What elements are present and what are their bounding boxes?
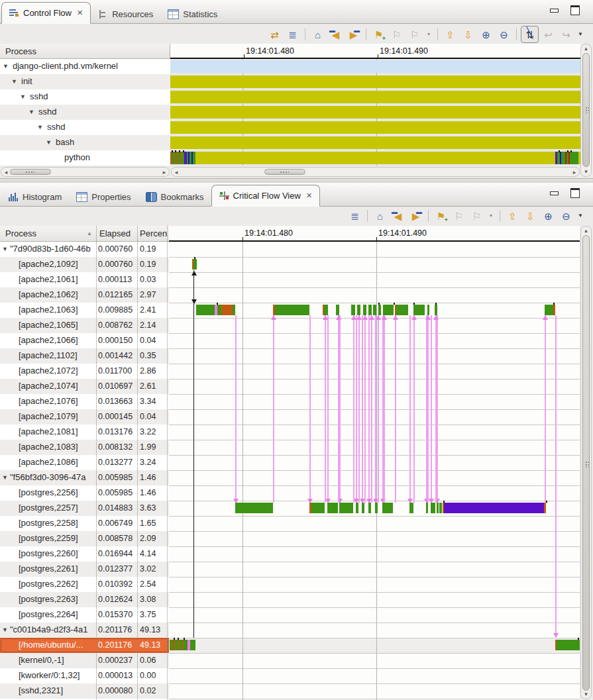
scroll-up-arrow[interactable]: ▴ [581, 46, 591, 52]
previous-item-button[interactable]: ⇧ [504, 208, 521, 224]
table-row--kernel-0-1-[interactable]: [kernel/0,-1]0.0002370.06 [0, 653, 169, 668]
tree-row-init[interactable]: ▼init [0, 74, 170, 89]
expander-icon[interactable]: ▼ [2, 474, 8, 481]
top-tab-resources[interactable]: Resources [91, 5, 160, 23]
previous-item-button[interactable]: ⇧ [442, 26, 458, 42]
bottom-tab-critical-flow-view[interactable]: Critical Flow View✕ [211, 185, 321, 207]
top-tab-statistics[interactable]: Statistics [160, 5, 225, 23]
scroll-left-arrow[interactable]: ◂ [3, 170, 9, 175]
table-row--postgres-2262-[interactable]: [postgres,2262]0.0103922.54 [0, 577, 169, 592]
table-row--apache2-1061-[interactable]: [apache2,1061]0.0001130.03 [0, 272, 169, 287]
add-bookmark-button[interactable]: ⚑+ [370, 26, 387, 42]
expander-icon[interactable]: ▼ [28, 109, 34, 115]
tree-row-python[interactable]: python [0, 150, 170, 166]
table-row--apache2-1065-[interactable]: [apache2,1065]0.0087622.14 [0, 318, 169, 333]
show-legend-button[interactable]: ≣ [347, 208, 363, 224]
table-row--apache2-1083-[interactable]: [apache2,1083]0.0081321.99 [0, 440, 169, 455]
scroll-left-arrow[interactable]: ◂ [174, 170, 179, 175]
previous-event-button[interactable]: ◀▬ [390, 208, 406, 224]
zoom-out-button[interactable]: ⊖ [496, 26, 512, 42]
maximize-button[interactable] [570, 189, 580, 198]
show-legend-button[interactable]: ≣ [284, 26, 301, 42]
table-row--apache2-1076-[interactable]: [apache2,1076]0.0136633.34 [0, 394, 169, 409]
top-vertical-scrollbar[interactable]: ▴ ▾ [580, 44, 592, 177]
add-bookmark-button[interactable]: ⚑+ [433, 208, 449, 224]
table-row--apache2-1074-[interactable]: [apache2,1074]0.0106972.61 [0, 379, 169, 394]
table-row--apache2-1066-[interactable]: [apache2,1066]0.0001500.04 [0, 333, 169, 348]
table-row--postgres-2260-[interactable]: [postgres,2260]0.0169444.14 [0, 546, 169, 562]
next-item-button[interactable]: ⇩ [522, 208, 539, 224]
top-tab-control-flow[interactable]: Control Flow✕ [1, 2, 91, 24]
tree-row-bash[interactable]: ▼bash [0, 135, 170, 150]
bottom-tab-properties[interactable]: Properties [69, 187, 138, 206]
expander-icon[interactable]: ▼ [2, 246, 8, 252]
table-row--postgres-2258-[interactable]: [postgres,2258]0.0067491.65 [0, 516, 169, 531]
table-row--f56bf3d0-3096-47a[interactable]: ▼"f56bf3d0-3096-47a0.0059851.46 [0, 470, 169, 485]
table-row--apache2-1092-[interactable]: [apache2,1092]0.0007600.19 [0, 257, 169, 272]
process-column-header[interactable]: Process [5, 228, 36, 238]
expander-icon[interactable]: ▼ [3, 63, 9, 70]
next-item-button[interactable]: ⇩ [460, 26, 476, 42]
reset-time-range-button[interactable]: ⌂ [372, 208, 388, 224]
control-flow-chart[interactable] [170, 59, 580, 166]
critical-flow-chart[interactable] [169, 242, 580, 700]
tree-row-sshd[interactable]: ▼sshd [0, 105, 170, 120]
table-row--sshd-2321-[interactable]: [sshd,2321]0.0000800.02 [0, 683, 169, 699]
previous-event-button[interactable]: ◀▬ [327, 26, 344, 42]
bottom-tab-histogram[interactable]: Histogram [1, 187, 69, 206]
table-row--apache2-1086-[interactable]: [apache2,1086]0.0132773.24 [0, 455, 169, 470]
table-row--postgres-2263-[interactable]: [postgres,2263]0.0126243.08 [0, 592, 169, 607]
marker-menu-button[interactable]: ▾ [486, 208, 496, 224]
reset-time-range-button[interactable]: ⌂ [309, 26, 326, 42]
expander-icon[interactable]: ▼ [11, 78, 17, 85]
maximize-button[interactable] [570, 6, 580, 15]
table-row--kworker-0-1-32-[interactable]: [kworker/0:1,32]0.0000130.00 [0, 668, 169, 683]
scrollbar-thumb[interactable] [10, 169, 51, 175]
process-column-header[interactable]: Process [0, 44, 170, 59]
expander-icon[interactable]: ▼ [20, 93, 26, 100]
close-tab-icon[interactable]: ✕ [306, 191, 312, 200]
view-menu-button[interactable]: ▼ [576, 208, 585, 224]
table-row--apache2-1063-[interactable]: [apache2,1063]0.0098852.41 [0, 303, 169, 318]
hide-arrows-button[interactable]: ⇅╲ [521, 26, 539, 43]
view-menu-button[interactable]: ▼ [576, 26, 585, 42]
column-divider[interactable] [96, 226, 97, 699]
table-row--home-ubuntu-[interactable]: [/home/ubuntu/...0.20117649.13 [0, 638, 169, 653]
scrollbar-thumb[interactable] [582, 53, 590, 167]
scrollbar-thumb[interactable] [582, 235, 590, 691]
tree-row-django-client.phd.vm/kernel[interactable]: ▼django-client.phd.vm/kernel [0, 59, 170, 74]
scroll-down-arrow[interactable]: ▾ [581, 691, 591, 697]
scroll-down-arrow[interactable]: ▾ [581, 169, 591, 175]
align-views-button[interactable]: ⇄ [266, 26, 283, 42]
minimize-button[interactable] [549, 189, 559, 198]
table-row--7d90d83b-1d60-46b[interactable]: ▼"7d90d83b-1d60-46b0.0007600.19 [0, 242, 169, 257]
table-row--apache2-1079-[interactable]: [apache2,1079]0.0001450.04 [0, 409, 169, 425]
tree-row-sshd[interactable]: ▼sshd [0, 89, 170, 105]
column-divider[interactable] [167, 226, 168, 699]
table-row--apache2-1072-[interactable]: [apache2,1072]0.0117002.86 [0, 364, 169, 379]
zoom-out-button[interactable]: ⊖ [558, 208, 574, 224]
tree-horizontal-scrollbar[interactable]: ◂ ▸ [1, 167, 170, 177]
expander-icon[interactable]: ▼ [2, 626, 8, 633]
table-row--postgres-2259-[interactable]: [postgres,2259]0.0085782.09 [0, 531, 169, 546]
minimize-button[interactable] [549, 6, 559, 15]
bottom-vertical-scrollbar[interactable]: ▴ ▾ [580, 226, 592, 699]
percent-column-header[interactable]: Percent [140, 228, 167, 238]
table-row--apache2-1081-[interactable]: [apache2,1081]0.0131763.22 [0, 425, 169, 440]
table-row--apache2-1062-[interactable]: [apache2,1062]0.0121652.97 [0, 287, 169, 303]
scroll-right-arrow[interactable]: ▸ [572, 170, 577, 175]
table-row--postgres-2264-[interactable]: [postgres,2264]0.0153703.75 [0, 607, 169, 623]
table-row--c001b4a9-d2f3-4a1[interactable]: ▼"c001b4a9-d2f3-4a10.20117649.13 [0, 623, 169, 638]
elapsed-column-header[interactable]: Elapsed [99, 228, 131, 238]
expander-icon[interactable]: ▼ [37, 124, 43, 130]
close-tab-icon[interactable]: ✕ [77, 9, 83, 17]
table-row--apache2-1102-[interactable]: [apache2,1102]0.0014420.35 [0, 348, 169, 364]
zoom-in-button[interactable]: ⊕ [540, 208, 557, 224]
table-row--postgres-2257-[interactable]: [postgres,2257]0.0148833.63 [0, 501, 169, 516]
scrollbar-thumb[interactable] [264, 169, 305, 175]
table-row--postgres-2261-[interactable]: [postgres,2261]0.0123773.02 [0, 562, 169, 577]
scroll-right-arrow[interactable]: ▸ [162, 170, 167, 175]
top-time-axis[interactable]: 19:14:01.48019:14:01.490 [170, 44, 580, 59]
chart-horizontal-scrollbar[interactable]: ◂ ▸ [171, 167, 580, 177]
column-divider[interactable] [137, 226, 138, 699]
